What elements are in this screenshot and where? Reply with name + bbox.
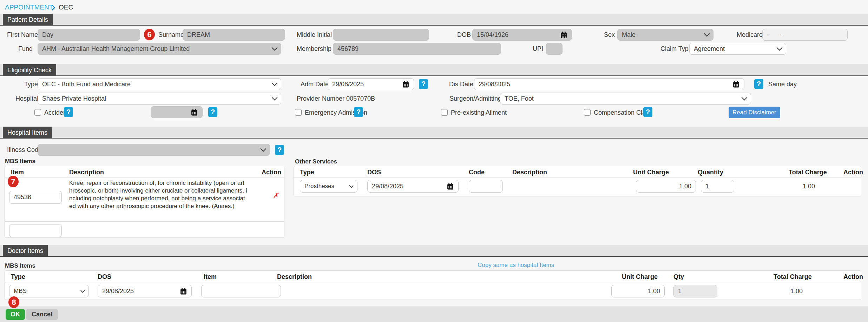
hospital-mbs-table: Item Description Action Knee, repair or … [5,166,284,238]
step-badge-8: 8 [8,296,19,308]
service-code-input[interactable] [469,180,503,193]
service-type-value: Prostheses [304,183,334,190]
service-unit-charge-input[interactable] [636,180,696,193]
chevron-down-icon [80,288,85,293]
oec-type-value: OEC - Both Fund and Medicare [42,81,131,88]
claim-type-label: Claim Type [660,45,692,52]
dob-value: 15/04/1926 [477,31,508,39]
surname-input[interactable] [183,29,285,41]
chevron-down-icon [272,45,278,51]
first-name-input[interactable] [38,29,140,41]
service-quantity-input[interactable] [701,180,734,193]
calendar-icon[interactable] [732,81,740,88]
oec-page: APPOINTMENT OEC Patient Details First Na… [0,0,868,322]
membership-input[interactable] [333,43,501,55]
calendar-icon[interactable] [560,31,567,39]
footer-bar [0,306,868,322]
compensation-claim-checkbox[interactable] [584,109,591,116]
hospital-items-bar: Hospital Items [0,127,868,139]
hospital-select[interactable]: Shaes Private Hospital [38,93,281,105]
divider [5,282,861,282]
step-badge-7: 7 [8,176,19,187]
doctor-item-input[interactable] [201,285,281,297]
sex-value: Male [622,31,636,39]
delete-item-icon[interactable]: ✗ [273,191,279,200]
illness-code-help-icon[interactable]: ? [275,145,284,155]
dis-date-input[interactable]: 29/08/2025 [474,78,744,90]
provider-number-text: Provider Number 0057070B [297,95,375,102]
col-header-code: Code [469,169,485,176]
patient-details-title: Patient Details [3,14,53,26]
surgeon-select[interactable]: TOE, Foot [500,93,751,105]
chevron-down-icon [777,45,783,51]
mbs-item-input[interactable] [9,191,62,204]
claim-type-select[interactable]: Agreement [689,43,786,55]
dis-date-value: 29/08/2025 [479,81,510,88]
read-disclaimer-button[interactable]: Read Disclaimer [729,107,780,118]
accident-date-input[interactable] [151,106,203,118]
doctor-type-select[interactable]: MBS [9,285,89,297]
breadcrumb-appointment-link[interactable]: APPOINTMENT [5,4,53,11]
hospital-value: Shaes Private Hospital [42,95,106,102]
fund-select[interactable]: AHM - Australian Health Management Group… [38,43,281,55]
dis-date-help-icon[interactable]: ? [754,79,763,89]
doctor-unit-charge-input[interactable] [611,285,665,297]
first-name-label: First Name [7,31,38,38]
hospital-label: Hospital [15,95,38,102]
chevron-down-icon [272,80,278,86]
adm-date-help-icon[interactable]: ? [419,79,428,89]
mbs-item-input-empty[interactable] [9,224,62,237]
doctor-dos-input[interactable]: 29/08/2025 [98,285,192,297]
col-header-total-charge: Total Charge [774,273,812,281]
preexisting-ailment-label: Pre-existing Ailment [451,109,507,116]
doctor-mbs-table: Type DOS Item Description Unit Charge Qt… [5,270,861,300]
col-header-dos: DOS [367,169,381,176]
divider [5,177,284,177]
mbs-item-description: Knee, repair or reconstruction of, for c… [69,179,247,210]
compensation-help-icon[interactable]: ? [643,107,652,117]
divider [5,221,284,222]
service-type-select[interactable]: Prostheses [300,180,357,193]
oec-type-select[interactable]: OEC - Both Fund and Medicare [38,78,281,90]
adm-date-value: 29/08/2025 [332,81,364,88]
calendar-icon[interactable] [191,109,198,116]
middle-initial-label: Middle Initial [297,31,332,38]
emergency-admission-checkbox[interactable] [295,109,302,116]
accident-checkbox[interactable] [34,109,41,116]
cancel-button[interactable]: Cancel [26,309,58,320]
upi-input[interactable] [546,43,563,55]
breadcrumb-current: OEC [59,4,73,11]
col-header-unit-charge: Unit Charge [622,273,658,281]
doctor-type-value: MBS [14,288,27,295]
col-header-type: Type [11,273,25,281]
col-header-type: Type [300,169,314,176]
type-label: Type [24,81,38,88]
col-header-description: Description [512,169,547,176]
copy-hospital-items-link[interactable]: Copy same as hospital Items [478,262,554,269]
service-dos-input[interactable]: 29/08/2025 [367,180,459,193]
col-header-description: Description [277,273,312,281]
col-header-item: Item [204,273,217,281]
chevron-down-icon [742,95,748,101]
illness-code-select[interactable] [38,144,270,156]
hospital-items-title: Hospital Items [3,127,52,139]
calendar-icon[interactable] [180,288,187,295]
col-header-qty: Qty [673,273,684,281]
preexisting-ailment-checkbox[interactable] [441,109,448,116]
dob-input[interactable]: 15/04/1926 [472,29,572,41]
ok-button[interactable]: OK [6,309,25,320]
middle-initial-input[interactable] [333,29,429,41]
sex-select[interactable]: Male [617,29,714,41]
chevron-down-icon [349,183,354,188]
upi-label: UPI [533,45,543,52]
adm-date-input[interactable]: 29/08/2025 [328,78,414,90]
patient-details-bar: Patient Details [0,14,868,26]
accident-help-icon[interactable]: ? [64,107,73,117]
medicare-input[interactable]: - - [762,29,848,41]
calendar-icon[interactable] [447,183,454,190]
calendar-icon[interactable] [402,81,409,88]
emergency-help-icon[interactable]: ? [354,107,363,117]
accident-date-help-icon[interactable]: ? [208,107,217,117]
dob-label: DOB [457,31,471,38]
eligibility-check-title: Eligibility Check [3,64,56,76]
